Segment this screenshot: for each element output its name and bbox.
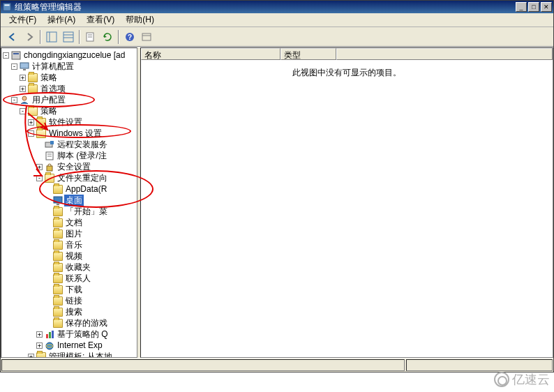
menu-view[interactable]: 查看(V)	[81, 13, 120, 27]
toolbar: ?	[1, 27, 553, 47]
help-icon: ?	[124, 31, 135, 43]
tree-item[interactable]: +策略	[3, 72, 135, 83]
ie-icon	[45, 341, 54, 350]
user-icon	[20, 96, 29, 105]
close-button[interactable]: ✕	[541, 2, 552, 12]
tree-item[interactable]: 保存的游戏	[3, 317, 135, 329]
expander-icon[interactable]: +	[20, 86, 26, 92]
svg-rect-17	[23, 69, 26, 70]
expander-icon[interactable]: -	[11, 97, 17, 103]
tree-item[interactable]: 「开始」菜	[3, 206, 135, 217]
tree-item[interactable]: 搜索	[3, 306, 135, 317]
tree-item[interactable]: AppData(R	[3, 183, 135, 195]
tree-item[interactable]: +首选项	[3, 83, 135, 94]
back-button[interactable]	[5, 29, 20, 45]
folder-icon	[53, 285, 63, 294]
tree-item[interactable]: 下载	[3, 284, 135, 295]
folder-icon	[53, 296, 63, 306]
expander-icon[interactable]: +	[20, 75, 26, 81]
tree-item[interactable]: +Internet Exp	[3, 340, 135, 351]
qos-icon	[45, 330, 54, 339]
expander-icon[interactable]: -	[36, 175, 43, 181]
svg-rect-16	[20, 63, 29, 68]
menu-file[interactable]: 文件(F)	[3, 13, 42, 27]
computer-icon	[20, 62, 29, 71]
svg-rect-4	[63, 32, 73, 42]
show-tree-button[interactable]	[44, 29, 59, 45]
help-button[interactable]: ?	[122, 29, 137, 45]
filter-button[interactable]	[139, 29, 154, 45]
folder-icon	[53, 252, 63, 261]
folder-open-icon	[45, 174, 54, 183]
tree-item[interactable]: +管理模板: 从本地	[3, 351, 135, 357]
col-type[interactable]: 类型	[280, 48, 336, 60]
tree-item[interactable]: +软件设置	[3, 116, 135, 128]
tree-desktop[interactable]: 桌面	[3, 195, 135, 206]
forward-button[interactable]	[22, 29, 37, 45]
security-icon	[45, 163, 54, 172]
expander-icon[interactable]: +	[28, 354, 34, 358]
tree-item[interactable]: 音乐	[3, 239, 135, 250]
tree-folder-redirect[interactable]: -文件夹重定向	[3, 172, 135, 183]
tree-view[interactable]: -chongdingxiangzucelue [ad -计算机配置 +策略 +首…	[1, 48, 137, 357]
tree-item[interactable]: 脚本 (登录/注	[3, 150, 135, 161]
tree-item[interactable]: -策略	[3, 105, 135, 116]
folder-icon	[53, 274, 63, 283]
policy-icon	[11, 51, 21, 60]
properties-icon	[85, 31, 96, 43]
folder-icon	[53, 185, 63, 194]
menu-help[interactable]: 帮助(H)	[120, 13, 160, 27]
folder-icon	[53, 218, 63, 227]
folder-icon	[28, 84, 38, 93]
tree-item[interactable]: 远程安装服务	[3, 139, 135, 150]
tree-scrollbar-h[interactable]: ◄►	[1, 357, 137, 358]
expander-icon[interactable]: +	[36, 331, 43, 338]
tree-root[interactable]: -chongdingxiangzucelue [ad	[3, 50, 135, 61]
tree-item[interactable]: +基于策略的 Q	[3, 329, 135, 340]
titlebar: 组策略管理编辑器 _ □ ✕	[1, 1, 553, 13]
statusbar	[1, 358, 553, 372]
watermark: 亿速云	[494, 371, 550, 388]
tree-item[interactable]: 图片	[3, 228, 135, 239]
expander-icon[interactable]: -	[20, 108, 26, 114]
svg-rect-27	[46, 334, 48, 338]
svg-rect-2	[47, 32, 57, 42]
tree-item[interactable]: +安全设置	[3, 161, 135, 172]
svg-rect-26	[57, 204, 59, 205]
remote-icon	[45, 140, 54, 149]
expander-icon[interactable]: +	[28, 119, 34, 126]
svg-text:?: ?	[128, 33, 132, 41]
status-cell	[1, 359, 405, 371]
menu-action[interactable]: 操作(A)	[42, 13, 81, 27]
tree-item[interactable]: 收藏夹	[3, 262, 135, 273]
watermark-icon	[494, 372, 509, 387]
folder-icon	[36, 118, 46, 127]
tree-item[interactable]: 链接	[3, 295, 135, 306]
expander-icon[interactable]: +	[36, 342, 43, 349]
tree-item[interactable]: 文档	[3, 217, 135, 228]
col-name[interactable]: 名称	[141, 48, 280, 60]
filter-icon	[141, 31, 152, 43]
expander-icon[interactable]: +	[36, 164, 43, 170]
list-button[interactable]	[61, 29, 76, 45]
svg-rect-12	[142, 33, 151, 40]
refresh-button[interactable]	[100, 29, 115, 45]
expander-icon[interactable]: -	[3, 52, 9, 59]
svg-rect-20	[50, 141, 54, 144]
svg-rect-15	[13, 53, 19, 54]
minimize-button[interactable]: _	[516, 2, 527, 12]
tree-computer-config[interactable]: -计算机配置	[3, 61, 135, 72]
status-cell	[406, 359, 553, 371]
desktop-icon	[53, 196, 63, 205]
tree-icon	[46, 31, 57, 43]
tree-user-config[interactable]: -用户配置	[3, 94, 135, 105]
list-body: 此视图中没有可显示的项目。	[141, 60, 553, 357]
tree-item[interactable]: 视频	[3, 250, 135, 262]
tree-windows-settings[interactable]: -Windows 设置	[3, 128, 135, 139]
tree-item[interactable]: 联系人	[3, 273, 135, 284]
expander-icon[interactable]: -	[28, 130, 34, 137]
expander-icon[interactable]: -	[11, 63, 17, 70]
properties-button[interactable]	[83, 29, 98, 45]
maximize-button[interactable]: □	[528, 2, 539, 12]
list-icon	[63, 31, 74, 43]
